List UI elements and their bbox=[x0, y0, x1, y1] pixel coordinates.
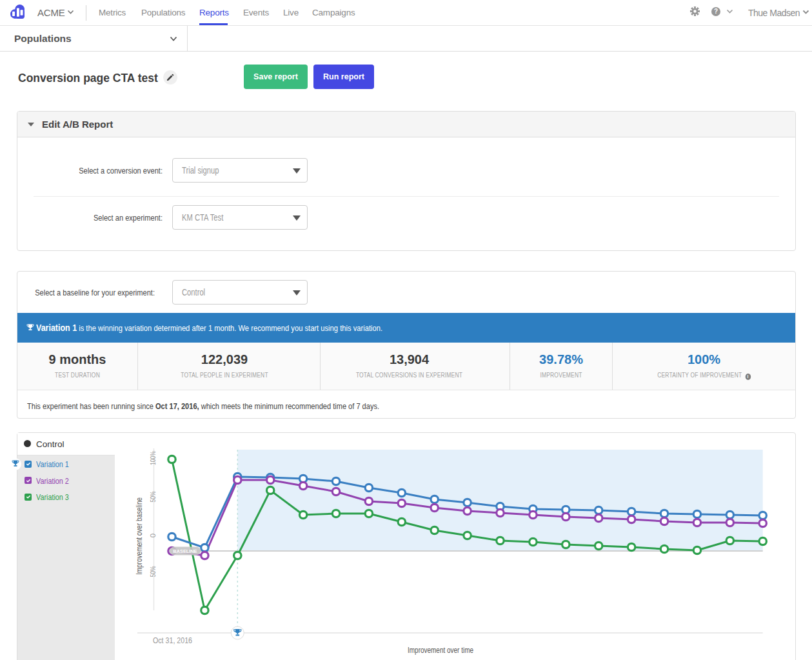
svg-text:100%: 100% bbox=[149, 451, 157, 465]
svg-text:Improvement over baseline: Improvement over baseline bbox=[134, 497, 144, 575]
svg-text:0: 0 bbox=[149, 534, 157, 537]
svg-text:Improvement over time: Improvement over time bbox=[408, 645, 473, 655]
svg-text:Oct 31, 2016: Oct 31, 2016 bbox=[153, 635, 192, 645]
svg-text:50%: 50% bbox=[149, 566, 157, 577]
svg-text:50%: 50% bbox=[149, 492, 157, 503]
svg-text:BASELINE: BASELINE bbox=[173, 548, 197, 554]
